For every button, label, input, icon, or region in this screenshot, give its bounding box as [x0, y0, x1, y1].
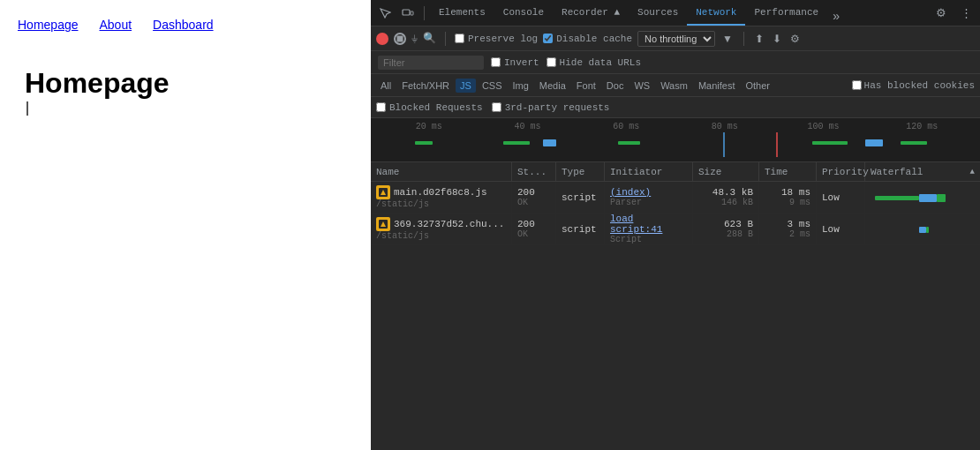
- blocked-row: Blocked Requests 3rd-party requests: [371, 97, 980, 118]
- td-time-1: 3 ms 2 ms: [759, 214, 817, 244]
- td-initiator-0: (index) Parser: [605, 182, 693, 213]
- search-icon[interactable]: 🔍: [423, 32, 436, 45]
- svg-rect-13: [919, 194, 937, 202]
- blocked-requests-checkbox[interactable]: [376, 102, 386, 112]
- tab-sources[interactable]: Sources: [629, 1, 687, 26]
- table-row[interactable]: main.d02f68c8.js /static/js 200 OK scrip…: [371, 182, 980, 214]
- devtools-more-icon[interactable]: ⋮: [955, 3, 976, 24]
- row0-initiator-link[interactable]: (index): [610, 187, 651, 198]
- type-doc[interactable]: Doc: [602, 79, 629, 93]
- filter-icon[interactable]: ⏚: [411, 33, 418, 45]
- preserve-log-label[interactable]: Preserve log: [455, 34, 538, 44]
- row1-type: script: [562, 224, 597, 235]
- type-img[interactable]: Img: [509, 79, 533, 93]
- timeline-labels: 20 ms 40 ms 60 ms 80 ms 100 ms 120 ms: [371, 122, 980, 131]
- hide-data-urls-label[interactable]: Hide data URLs: [547, 57, 641, 68]
- invert-checkbox[interactable]: [491, 57, 501, 67]
- has-blocked-cookies-checkbox[interactable]: [852, 80, 862, 90]
- throttle-down-icon[interactable]: ▼: [720, 31, 735, 47]
- invert-label[interactable]: Invert: [491, 57, 539, 68]
- network-toolbar: ⏚ 🔍 Preserve log Disable cache No thrott…: [371, 26, 980, 51]
- nav-homepage[interactable]: Homepage: [18, 18, 79, 32]
- upload-icon[interactable]: ⬆: [753, 31, 765, 47]
- blocked-requests-label[interactable]: Blocked Requests: [376, 102, 483, 113]
- td-size-1: 623 B 288 B: [693, 214, 759, 244]
- th-initiator[interactable]: Initiator: [605, 162, 693, 181]
- th-name[interactable]: Name: [371, 162, 512, 181]
- row1-time-primary: 3 ms: [788, 219, 810, 229]
- preserve-log-checkbox[interactable]: [455, 34, 464, 43]
- tab-console[interactable]: Console: [494, 1, 553, 26]
- filter-input[interactable]: [378, 56, 484, 70]
- more-tabs-icon[interactable]: »: [827, 8, 845, 26]
- type-manifest[interactable]: Manifest: [694, 79, 740, 93]
- tab-performance[interactable]: Performance: [745, 1, 827, 26]
- devtools-panel: Elements Console Recorder ▲ Sources Netw…: [371, 0, 980, 450]
- devtools-tabs: Elements Console Recorder ▲ Sources Netw…: [430, 0, 846, 26]
- row0-priority: Low: [822, 192, 840, 203]
- stop-button[interactable]: [394, 33, 406, 45]
- svg-rect-9: [865, 139, 883, 146]
- nav-about[interactable]: About: [100, 18, 132, 32]
- nav-bar: Homepage About Dashboard: [18, 18, 353, 32]
- row0-size-secondary: 146 kB: [721, 198, 753, 207]
- svg-rect-3: [503, 141, 530, 145]
- page-heading: Homepage: [25, 67, 353, 100]
- devtools-settings-icon[interactable]: ⚙: [931, 3, 952, 24]
- svg-rect-16: [919, 227, 926, 233]
- row1-initiator-sub: Script: [610, 235, 687, 244]
- download-icon[interactable]: ⬇: [771, 31, 783, 47]
- type-font[interactable]: Font: [572, 79, 600, 93]
- toolbar-separator-3: [743, 32, 744, 46]
- network-table[interactable]: Name St... Type Initiator Size Time Prio…: [371, 162, 980, 450]
- throttle-select[interactable]: No throttling: [637, 31, 715, 47]
- type-ws[interactable]: WS: [629, 79, 654, 93]
- tab-network[interactable]: Network: [687, 1, 745, 26]
- svg-rect-0: [403, 10, 410, 15]
- th-time[interactable]: Time: [759, 162, 817, 181]
- type-wasm[interactable]: Wasm: [656, 79, 692, 93]
- third-party-checkbox[interactable]: [492, 102, 501, 112]
- network-settings-icon[interactable]: ⚙: [788, 31, 802, 47]
- type-fetch-xhr[interactable]: Fetch/XHR: [397, 79, 454, 93]
- device-toolbar-icon[interactable]: [397, 3, 418, 24]
- td-size-0: 48.3 kB 146 kB: [693, 182, 759, 213]
- th-type[interactable]: Type: [556, 162, 605, 181]
- svg-rect-14: [937, 194, 946, 202]
- svg-rect-17: [926, 227, 929, 233]
- timeline-svg: [371, 132, 980, 157]
- type-all[interactable]: All: [376, 79, 396, 93]
- third-party-label[interactable]: 3rd-party requests: [492, 102, 610, 113]
- th-waterfall[interactable]: Waterfall ▲: [865, 162, 980, 181]
- th-priority[interactable]: Priority: [817, 162, 865, 181]
- row1-priority: Low: [822, 224, 840, 235]
- row1-name: 369.32737d52.chu...: [394, 219, 506, 229]
- record-button[interactable]: [376, 33, 388, 45]
- toolbar-separator-1: [424, 6, 425, 20]
- type-css[interactable]: CSS: [478, 79, 507, 93]
- row0-time-secondary: 9 ms: [789, 198, 810, 207]
- type-js[interactable]: JS: [456, 79, 476, 93]
- type-filter-row: All Fetch/XHR JS CSS Img Media Font Doc …: [371, 74, 980, 97]
- disable-cache-checkbox[interactable]: [543, 34, 553, 43]
- tab-elements[interactable]: Elements: [430, 1, 494, 26]
- tab-recorder[interactable]: Recorder ▲: [553, 1, 629, 26]
- svg-marker-15: [381, 221, 386, 227]
- th-size[interactable]: Size: [693, 162, 759, 181]
- timeline-label-3: 80 ms: [675, 122, 774, 131]
- row1-status-text: OK: [517, 229, 535, 239]
- type-media[interactable]: Media: [535, 79, 570, 93]
- row0-initiator-sub: Parser: [610, 198, 651, 207]
- timeline-label-5: 120 ms: [872, 122, 971, 131]
- disable-cache-label[interactable]: Disable cache: [543, 34, 632, 44]
- table-row[interactable]: 369.32737d52.chu... /static/js 200 OK sc…: [371, 214, 980, 245]
- row1-initiator-link[interactable]: load script:41: [610, 214, 687, 235]
- th-status[interactable]: St...: [512, 162, 556, 181]
- type-other[interactable]: Other: [741, 79, 774, 93]
- has-blocked-cookies-label[interactable]: Has blocked cookies: [852, 80, 975, 91]
- file-icon-1: [376, 217, 390, 231]
- nav-dashboard[interactable]: Dashboard: [153, 18, 214, 32]
- td-priority-1: Low: [817, 214, 865, 244]
- inspect-element-icon[interactable]: [374, 3, 396, 24]
- hide-data-urls-checkbox[interactable]: [547, 57, 556, 67]
